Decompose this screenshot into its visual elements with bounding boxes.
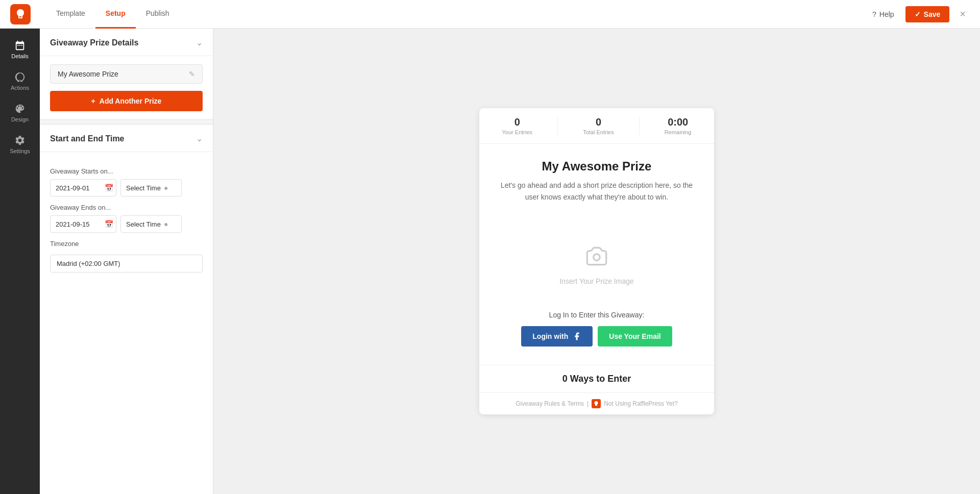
footer-cta-link[interactable]: Not Using RafflePress Yet? [604,400,678,407]
sidebar-item-settings-label: Settings [10,148,30,154]
total-entries-value: 0 [583,116,614,128]
stat-total-entries: 0 Total Entries [583,116,614,135]
edit-icon[interactable]: ✎ [189,70,195,78]
start-date-field[interactable] [56,184,102,192]
timezone-label: Timezone [50,240,203,248]
clock-icon-start: ● [164,184,168,192]
prize-name-text: My Awesome Prize [58,70,118,78]
starts-label: Giveaway Starts on... [50,167,203,175]
clock-icon-end: ● [164,220,168,228]
plus-icon: + [91,97,95,105]
sidebar: Details Actions Design Settings [0,29,40,494]
your-entries-value: 0 [502,116,533,128]
start-time-select[interactable]: Select Time ● [120,179,182,196]
sidebar-item-actions[interactable]: Actions [0,65,40,97]
end-date-input[interactable]: 📅 [50,215,116,233]
time-chevron-icon[interactable]: ⌄ [196,134,203,143]
stats-bar: 0 Your Entries 0 Total Entries 0:00 Rema… [479,108,714,144]
login-buttons: Login with Use Your Email [495,326,699,347]
start-date-input[interactable]: 📅 [50,179,116,196]
tab-template[interactable]: Template [46,0,95,29]
remaining-value: 0:00 [665,116,692,128]
prize-name-row: My Awesome Prize ✎ [50,64,203,84]
image-placeholder-text: Insert Your Prize Image [559,277,634,285]
prize-section-header: Giveaway Prize Details ⌄ [40,29,213,56]
calendar-icon-end: 📅 [105,220,113,228]
end-date-field[interactable] [56,220,102,228]
raffle-logo-small [592,399,601,408]
end-time-row: 📅 Select Time ● [50,215,203,233]
main-layout: Details Actions Design Settings Giveaway… [0,29,980,494]
preview-card: 0 Your Entries 0 Total Entries 0:00 Rema… [479,108,714,414]
tab-setup[interactable]: Setup [95,0,136,29]
stat-divider-2 [639,116,640,135]
footer-rules-link[interactable]: Giveaway Rules & Terms [516,400,584,407]
start-time-row: 📅 Select Time ● [50,179,203,196]
app-logo [10,4,31,24]
ways-to-enter: 0 Ways to Enter [479,365,714,392]
prize-content: My Awesome Prize Let's go ahead and add … [479,144,714,228]
preview-prize-description: Let's go ahead and add a short prize des… [495,180,699,203]
camera-icon [584,243,609,271]
checkmark-icon: ✓ [915,10,921,18]
prize-section-body: My Awesome Prize ✎ + Add Another Prize [40,56,213,119]
sidebar-item-settings[interactable]: Settings [0,129,40,160]
sidebar-item-design-label: Design [11,116,29,122]
email-login-button[interactable]: Use Your Email [598,326,672,347]
stat-your-entries: 0 Your Entries [502,116,533,135]
stat-divider-1 [557,116,558,135]
stat-remaining: 0:00 Remaining [665,116,692,135]
sidebar-item-design[interactable]: Design [0,97,40,129]
ways-to-enter-title: 0 Ways to Enter [495,374,699,384]
facebook-login-button[interactable]: Login with [521,326,593,347]
prize-chevron-icon[interactable]: ⌄ [196,38,203,47]
tab-publish[interactable]: Publish [136,0,180,29]
remaining-label: Remaining [665,129,692,135]
time-section-body: Giveaway Starts on... 📅 Select Time ● Gi… [40,152,213,281]
sidebar-item-actions-label: Actions [11,85,29,91]
preview-prize-title: My Awesome Prize [495,159,699,174]
time-section-header: Start and End Time ⌄ [40,125,213,152]
left-panel: Giveaway Prize Details ⌄ My Awesome Priz… [40,29,213,494]
prize-section-title: Giveaway Prize Details [50,38,138,47]
save-button[interactable]: ✓ Save [905,6,950,22]
help-button[interactable]: ? Help [867,7,899,21]
top-nav: Template Setup Publish ? Help ✓ Save × [0,0,980,29]
panel-divider [40,119,213,125]
calendar-icon-start: 📅 [105,184,113,192]
ends-label: Giveaway Ends on... [50,204,203,211]
end-time-select[interactable]: Select Time ● [120,215,182,233]
sidebar-item-details-label: Details [11,53,29,59]
preview-area: 0 Your Entries 0 Total Entries 0:00 Rema… [213,29,980,494]
time-section-title: Start and End Time [50,134,125,143]
sidebar-item-details[interactable]: Details [0,34,40,65]
preview-footer: Giveaway Rules & Terms | Not Using Raffl… [479,392,714,414]
your-entries-label: Your Entries [502,129,533,135]
nav-tabs: Template Setup Publish [46,0,180,29]
timezone-select[interactable]: Madrid (+02:00 GMT) [50,255,203,273]
start-time-placeholder: Select Time [126,184,161,192]
help-icon: ? [872,10,876,18]
login-label: Log In to Enter this Giveaway: [495,311,699,319]
add-prize-button[interactable]: + Add Another Prize [50,91,203,111]
total-entries-label: Total Entries [583,129,614,135]
top-nav-right: ? Help ✓ Save × [867,6,970,22]
end-time-placeholder: Select Time [126,220,161,228]
close-button[interactable]: × [955,6,970,22]
login-section: Log In to Enter this Giveaway: Login wit… [479,301,714,365]
image-placeholder[interactable]: Insert Your Prize Image [479,228,714,301]
